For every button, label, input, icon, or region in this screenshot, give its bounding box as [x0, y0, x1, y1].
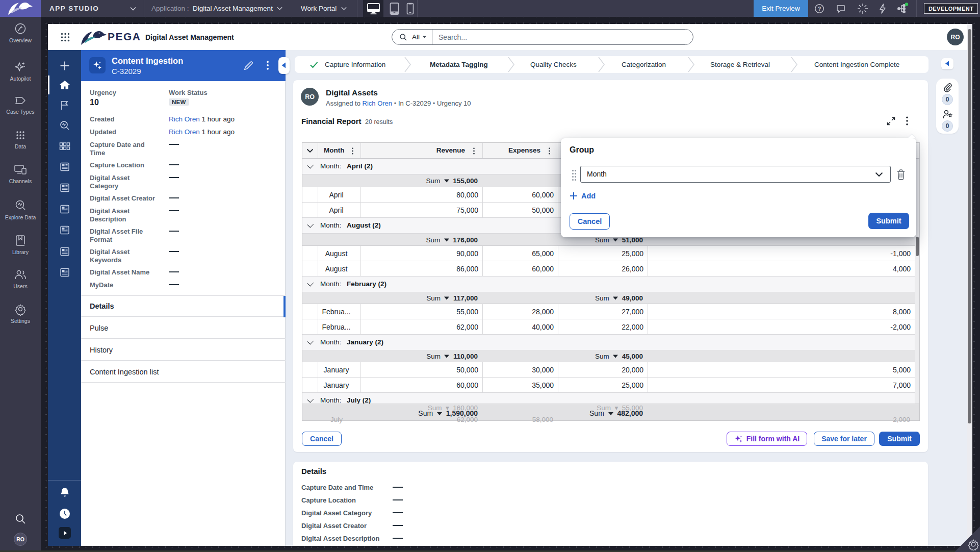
svg-text:?: ? — [818, 6, 821, 12]
